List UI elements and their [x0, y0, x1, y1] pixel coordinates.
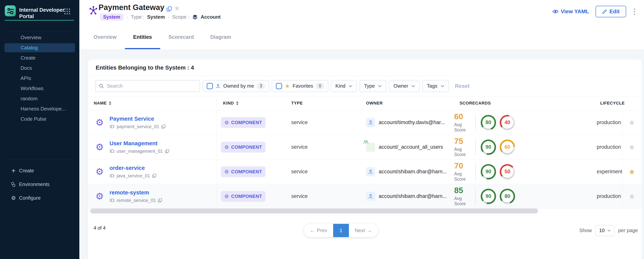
kind-dropdown[interactable]: Kind: [331, 80, 357, 92]
column-header-kind[interactable]: KIND: [216, 101, 286, 106]
type-cell: service: [286, 135, 361, 159]
more-options-kebab-icon[interactable]: [633, 7, 636, 16]
tab-scorecard[interactable]: Scorecard: [160, 25, 202, 49]
sidebar-item-code-pulse[interactable]: Code Pulse: [0, 114, 79, 124]
brand-divider: [5, 20, 74, 20]
sidebar-item-create-bottom[interactable]: + Create: [0, 164, 79, 178]
owner-dropdown[interactable]: Owner: [389, 80, 420, 92]
tab-entities[interactable]: Entities: [125, 25, 160, 49]
tab-diagram[interactable]: Diagram: [202, 25, 240, 49]
page-size-control: Show 10 per page: [579, 224, 638, 237]
name-cell: ⚙ User Management ID: user_management_01: [88, 135, 216, 159]
search-input[interactable]: [106, 83, 196, 89]
next-page-button[interactable]: Next →: [349, 224, 378, 237]
owner-cell: account/shibam.dhar@harn...: [361, 184, 448, 208]
kind-cell: ⚙ COMPONENT: [216, 135, 286, 159]
sidebar-item-docs[interactable]: Docs: [0, 63, 79, 73]
component-badge: ⚙ COMPONENT: [221, 191, 266, 202]
favorite-star-icon[interactable]: ★: [628, 143, 635, 152]
result-count: 4 of 4: [94, 225, 106, 231]
edit-label: Edit: [610, 8, 620, 14]
favorites-count: 0: [316, 82, 324, 90]
owned-by-me-checkbox[interactable]: [207, 83, 213, 89]
favorite-star-icon[interactable]: ★: [628, 167, 635, 176]
gear-icon: ⚙: [224, 194, 229, 199]
favorites-filter[interactable]: ★ Favorites 0: [272, 80, 328, 92]
tags-dropdown[interactable]: Tags: [422, 80, 449, 92]
copy-id-icon[interactable]: [158, 198, 162, 203]
copy-id-icon[interactable]: [152, 174, 156, 178]
copy-id-icon[interactable]: [161, 124, 166, 129]
entity-id: ID: user_management_01: [110, 148, 163, 154]
table-row: ⚙ remote-system ID: remote_service_01 ⚙: [88, 184, 642, 209]
favorite-entity-star-icon[interactable]: ★: [174, 4, 180, 12]
favorites-checkbox[interactable]: [276, 83, 282, 89]
sidebar-item-random[interactable]: random: [0, 94, 79, 104]
system-entity-icon: [89, 6, 98, 16]
header-actions: View YAML Edit: [552, 0, 636, 23]
dot-separator: ·: [168, 14, 170, 20]
entities-heading: Entities Belonging to the System : 4: [88, 60, 642, 76]
eye-icon: [552, 9, 558, 14]
copy-title-icon[interactable]: [166, 6, 172, 12]
component-gear-icon: ⚙: [96, 167, 104, 176]
view-yaml-button[interactable]: View YAML: [552, 8, 589, 14]
type-label: Type :: [131, 14, 144, 20]
content-area: Entities Belonging to the System : 4: [79, 49, 644, 259]
reset-filters-button[interactable]: Reset: [455, 83, 470, 89]
kind-cell: ⚙ COMPONENT: [216, 110, 286, 135]
kind-dropdown-label: Kind: [336, 83, 346, 89]
column-header-name[interactable]: NAME: [88, 101, 216, 106]
name-column-divider: [216, 96, 216, 208]
type-cell: service: [286, 110, 361, 135]
favorite-star-icon[interactable]: ★: [628, 192, 635, 201]
owner-cell: account/shibam.dhar@harn...: [361, 160, 448, 184]
owner-avatar-icon: [366, 118, 375, 127]
table-header: NAME KIND TYPE OWNER SCORECARDS LIFECYCL…: [88, 96, 642, 110]
module-grid-icon[interactable]: [64, 8, 70, 14]
sidebar-item-harness-developer[interactable]: Harness Develope...: [0, 104, 79, 114]
sidebar-item-apis[interactable]: APIs: [0, 73, 79, 84]
column-header-lifecycle: LIFECYCLE: [578, 101, 622, 106]
lifecycle-cell: production: [578, 184, 622, 208]
sidebar-bottom-label: Configure: [19, 195, 41, 201]
entity-link[interactable]: order-service: [110, 165, 145, 171]
arrow-right-icon: →: [367, 228, 372, 234]
entity-link[interactable]: remote-system: [110, 190, 149, 196]
main-area: Payment Gateway ★ System · Type : System…: [79, 0, 644, 259]
person-icon: [216, 84, 220, 88]
scorecards-cell: 85 Avg Score 90 80: [448, 184, 578, 208]
score-divider: [475, 188, 476, 205]
sidebar-item-configure[interactable]: ⚙ Configure: [0, 191, 79, 205]
gear-icon: ⚙: [224, 145, 229, 150]
entity-link[interactable]: User Management: [110, 140, 158, 146]
prev-page-button[interactable]: ← Prev: [304, 224, 333, 237]
favorites-label: Favorites: [292, 83, 313, 89]
component-badge: ⚙ COMPONENT: [221, 117, 266, 128]
type-dropdown[interactable]: Type: [360, 80, 386, 92]
sidebar-item-workflows[interactable]: Workflows: [0, 84, 79, 94]
copy-id-icon[interactable]: [165, 149, 170, 154]
sidebar-item-create[interactable]: Create: [0, 53, 79, 63]
idp-logo-icon[interactable]: [5, 6, 16, 16]
page-size-select[interactable]: 10: [595, 225, 614, 236]
sidebar-item-catalog[interactable]: Catalog: [4, 43, 75, 52]
lifecycle-cell: production: [578, 110, 622, 135]
nav-divider-bottom: [5, 160, 74, 160]
sidebar-item-overview[interactable]: Overview: [0, 32, 79, 43]
favorite-star-icon[interactable]: ★: [628, 118, 635, 127]
owned-by-me-label: Owned by me: [223, 83, 254, 89]
tags-dropdown-label: Tags: [427, 83, 438, 89]
entity-id: ID: remote_service_01: [110, 198, 156, 203]
edit-button[interactable]: Edit: [596, 6, 626, 17]
column-header-scorecards: SCORECARDS: [448, 101, 578, 106]
avg-score-value: 60: [454, 112, 474, 121]
entity-link[interactable]: Payment Service: [110, 116, 154, 122]
score-gauge: 80: [500, 189, 515, 204]
owned-by-me-filter[interactable]: Owned by me 3: [202, 80, 269, 92]
tab-overview[interactable]: Overview: [85, 25, 125, 49]
sidebar-item-environments[interactable]: Environments: [0, 178, 79, 191]
page-1-button[interactable]: 1: [333, 224, 349, 237]
scorecards-cell: 60 Avg Score 80 40: [448, 110, 578, 135]
horizontal-scrollbar[interactable]: [90, 208, 538, 214]
